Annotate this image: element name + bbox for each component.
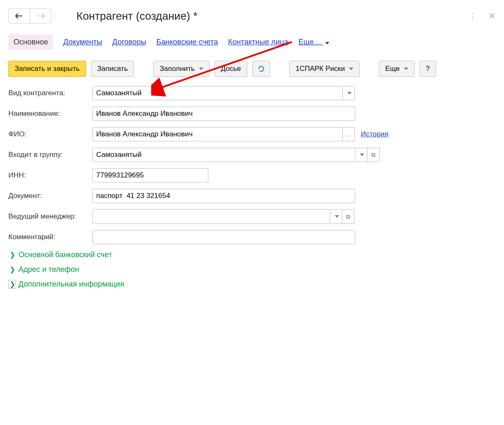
close-button[interactable]: ✕ — [488, 11, 496, 21]
section-address-label: Адрес и телефон — [18, 265, 79, 274]
row-document: Документ: — [8, 189, 496, 203]
more-button-label: Еще — [385, 65, 400, 73]
nav-forward-button[interactable] — [30, 9, 51, 23]
refresh-icon — [257, 65, 265, 73]
nav-back-button[interactable] — [9, 9, 30, 23]
name-input[interactable] — [92, 107, 355, 121]
row-inn: ИНН: — [8, 168, 496, 183]
tab-contact-persons[interactable]: Контактные лица — [228, 38, 289, 47]
document-input[interactable] — [92, 189, 355, 203]
chevron-down-icon — [325, 42, 329, 44]
history-link[interactable]: История — [361, 130, 388, 138]
counterparty-type-dropdown-button[interactable] — [342, 86, 355, 100]
chevron-down-icon — [360, 154, 364, 156]
fio-ellipsis-button[interactable]: ... — [342, 127, 355, 141]
tab-main[interactable]: Основное — [8, 34, 53, 50]
group-input[interactable] — [92, 148, 355, 162]
label-group: Входит в группу: — [8, 151, 92, 159]
window-actions: ⋮ ✕ — [468, 11, 496, 21]
tab-bank-accounts[interactable]: Банковские счета — [156, 38, 218, 47]
fill-button-label: Заполнить — [160, 65, 194, 73]
label-name: Наименование: — [8, 110, 92, 118]
tab-more-label: Еще… — [299, 38, 322, 46]
tab-more[interactable]: Еще… — [299, 38, 330, 47]
chevron-right-icon: ❯ — [8, 251, 16, 259]
row-comment: Комментарий: — [8, 230, 496, 244]
label-fio: ФИО: — [8, 130, 92, 138]
group-dropdown-button[interactable] — [355, 148, 368, 162]
section-bank-account[interactable]: ❯ Основной банковский счет — [8, 250, 496, 259]
manager-open-button[interactable] — [342, 209, 354, 224]
chevron-down-icon — [347, 92, 352, 94]
section-bank-label: Основной банковский счет — [18, 250, 112, 259]
close-icon: ✕ — [488, 11, 496, 21]
save-button[interactable]: Записать — [91, 61, 134, 77]
chevron-right-icon: ❯ — [8, 266, 16, 274]
kebab-icon: ⋮ — [468, 11, 477, 21]
row-group: Входит в группу: — [8, 148, 496, 162]
row-fio: ФИО: ... История — [8, 127, 496, 141]
arrow-left-icon — [15, 13, 24, 19]
chevron-down-icon — [335, 215, 339, 218]
section-additional-label: Дополнительная информация — [18, 280, 124, 289]
dossier-button[interactable]: Досье — [215, 61, 247, 77]
fio-input[interactable] — [92, 127, 343, 141]
chevron-right-icon: ❯ — [8, 280, 16, 289]
header-row: Контрагент (создание) * ⋮ ✕ — [8, 8, 496, 23]
label-manager: Ведущий менеджер: — [8, 212, 92, 221]
label-counterparty-type: Вид контрагента: — [8, 89, 92, 97]
window-menu-button[interactable]: ⋮ — [468, 11, 477, 21]
label-comment: Комментарий: — [8, 233, 92, 241]
help-button[interactable]: ? — [420, 61, 436, 77]
arrow-right-icon — [36, 13, 45, 19]
tab-contracts[interactable]: Договоры — [112, 38, 146, 47]
group-open-button[interactable] — [367, 148, 380, 162]
inn-input[interactable] — [92, 168, 208, 183]
spark-button-label: 1СПАРК Риски — [296, 65, 345, 73]
more-button[interactable]: Еще — [379, 61, 415, 77]
section-additional-info[interactable]: ❯ Дополнительная информация — [8, 280, 496, 289]
section-address-phone[interactable]: ❯ Адрес и телефон — [8, 265, 496, 274]
row-counterparty-type: Вид контрагента: — [8, 86, 496, 100]
fill-button[interactable]: Заполнить — [153, 61, 209, 77]
manager-input[interactable] — [92, 209, 330, 224]
form: Вид контрагента: Наименование: ФИО: ... … — [8, 86, 496, 244]
chevron-down-icon — [349, 68, 353, 70]
row-name: Наименование: — [8, 107, 496, 121]
comment-input[interactable] — [92, 230, 355, 244]
save-close-button[interactable]: Записать и закрыть — [8, 61, 86, 77]
page-title: Контрагент (создание) * — [76, 10, 197, 23]
toolbar: Записать и закрыть Записать Заполнить До… — [8, 61, 496, 77]
row-manager: Ведущий менеджер: — [8, 209, 496, 224]
chevron-down-icon — [404, 68, 408, 70]
tabs-nav: Основное Документы Договоры Банковские с… — [8, 31, 496, 53]
refresh-button[interactable] — [252, 61, 270, 77]
spark-button[interactable]: 1СПАРК Риски — [289, 61, 360, 77]
nav-buttons — [8, 8, 51, 23]
label-inn: ИНН: — [8, 171, 92, 180]
manager-dropdown-button[interactable] — [330, 209, 342, 224]
label-document: Документ: — [8, 192, 92, 200]
counterparty-type-input[interactable] — [92, 86, 343, 100]
chevron-down-icon — [199, 68, 203, 70]
tab-documents[interactable]: Документы — [63, 38, 102, 47]
